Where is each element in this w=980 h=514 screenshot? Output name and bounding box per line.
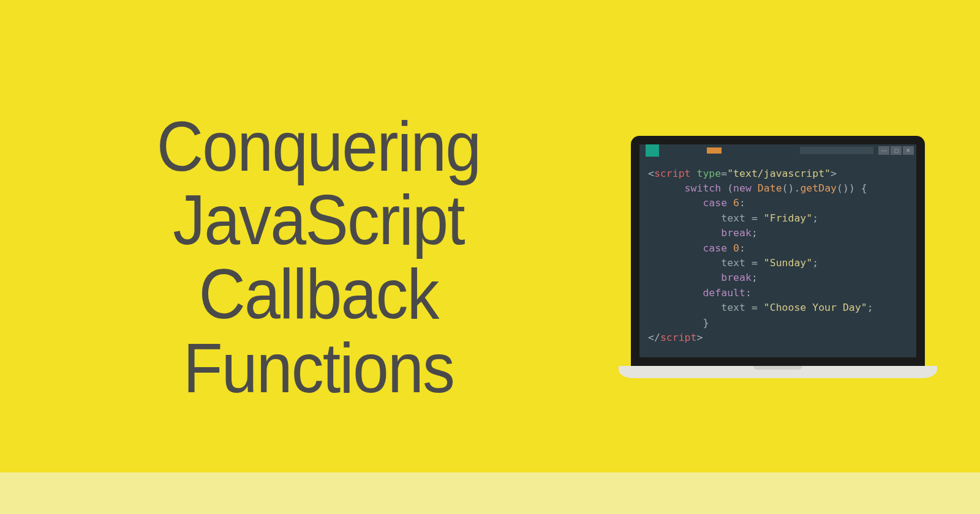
- laptop-screen: — ◻ ✕ <script type="text/javascript"> sw…: [631, 136, 925, 367]
- laptop-base: [619, 366, 937, 378]
- page-title: Conquering JavaScript Callback Functions: [70, 110, 567, 405]
- code-editor: — ◻ ✕ <script type="text/javascript"> sw…: [639, 144, 916, 358]
- code-line: </script>: [648, 330, 908, 345]
- window-controls: — ◻ ✕: [878, 146, 914, 155]
- laptop-illustration: — ◻ ✕ <script type="text/javascript"> sw…: [625, 136, 931, 379]
- title-line-3: Callback Functions: [70, 257, 567, 405]
- code-line: break;: [648, 226, 908, 240]
- code-line: case 6:: [648, 196, 908, 210]
- title-line-2: JavaScript: [70, 183, 567, 257]
- code-line: <script type="text/javascript">: [648, 166, 908, 181]
- tab-placeholder-icon: [800, 147, 873, 154]
- code-line: text = "Sunday";: [648, 256, 908, 270]
- close-icon: ✕: [903, 146, 914, 155]
- active-tab-icon: [646, 144, 659, 157]
- code-line: text = "Friday";: [648, 211, 908, 226]
- code-line: text = "Choose Your Day";: [648, 300, 908, 315]
- code-line: break;: [648, 270, 908, 285]
- editor-tab-bar: — ◻ ✕: [639, 144, 916, 157]
- maximize-icon: ◻: [891, 146, 902, 155]
- minimize-icon: —: [878, 146, 889, 155]
- code-line: switch (new Date().getDay()) {: [648, 181, 908, 196]
- code-line: case 0:: [648, 241, 908, 256]
- title-line-1: Conquering: [70, 110, 567, 184]
- code-line: default:: [648, 286, 908, 300]
- code-line: }: [648, 316, 908, 330]
- bottom-strip: [0, 472, 980, 514]
- code-block: <script type="text/javascript"> switch (…: [639, 157, 916, 358]
- tab-marker-icon: [707, 147, 722, 154]
